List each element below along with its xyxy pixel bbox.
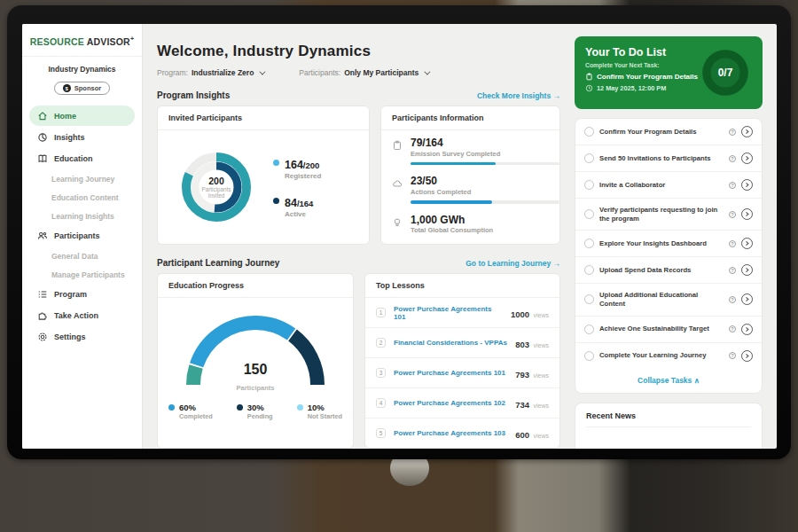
task-go-button[interactable] xyxy=(741,350,753,362)
education-gauge-chart: 150 Participants xyxy=(179,307,332,395)
sidebar-item-take-action[interactable]: Take Action xyxy=(29,305,135,325)
stat-label: Total Global Consumption xyxy=(411,226,493,234)
info-icon: ? xyxy=(729,240,736,247)
check-more-insights-link[interactable]: Check More Insights → xyxy=(477,91,560,100)
task-go-button[interactable] xyxy=(741,208,753,220)
stat-actions-completed: 23/50 Actions Completed xyxy=(381,168,559,207)
insights-icon xyxy=(37,132,48,143)
todo-task-row: Invite a Collaborator ? xyxy=(575,172,762,199)
task-checkbox[interactable] xyxy=(584,325,594,334)
sidebar-item-education-content[interactable]: Education Content xyxy=(29,188,135,207)
lesson-link[interactable]: Power Purchase Agreements 103 xyxy=(394,429,510,437)
org-name: Industry Dynamics xyxy=(22,57,142,74)
sidebar-item-participants[interactable]: Participants xyxy=(29,225,135,246)
sidebar-item-education[interactable]: Education xyxy=(29,148,135,168)
legend-pending: 30%Pending xyxy=(237,403,273,420)
task-label: Confirm Your Program Details xyxy=(599,128,724,137)
task-label: Explore Your Insights Dashboard xyxy=(599,239,724,248)
task-go-button[interactable] xyxy=(741,153,753,164)
task-go-button[interactable] xyxy=(741,324,753,335)
task-checkbox[interactable] xyxy=(584,209,594,219)
task-go-button[interactable] xyxy=(741,126,753,137)
home-icon xyxy=(37,111,48,121)
task-label: Complete Your Learning Journey xyxy=(599,351,724,360)
gauge-center-label: Participants xyxy=(237,384,275,392)
not-started-dot xyxy=(297,404,303,411)
collapse-tasks-link[interactable]: Collapse Tasks ∧ xyxy=(575,369,762,393)
chevron-up-icon: ∧ xyxy=(694,376,700,385)
lesson-rank: 2 xyxy=(376,338,386,348)
todo-progress-ring: 0/7 xyxy=(699,46,752,99)
lesson-link[interactable]: Power Purchase Agreements 102 xyxy=(394,399,510,407)
task-go-button[interactable] xyxy=(741,293,753,305)
sidebar-item-learning-journey[interactable]: Learning Journey xyxy=(29,169,135,188)
info-icon: ? xyxy=(729,296,736,303)
task-go-button[interactable] xyxy=(741,238,753,249)
chevron-right-icon xyxy=(744,155,750,161)
chevron-down-icon xyxy=(425,69,431,75)
info-icon: ? xyxy=(729,352,736,359)
chevron-right-icon xyxy=(744,326,750,332)
task-checkbox[interactable] xyxy=(584,153,594,163)
invited-center-value: 200 xyxy=(208,176,224,186)
task-go-button[interactable] xyxy=(741,264,753,276)
task-checkbox[interactable] xyxy=(584,127,594,137)
todo-task-row: Complete Your Learning Journey ? xyxy=(575,343,762,369)
stat-emission-survey: 79/164 Emission Survey Completed xyxy=(381,130,559,168)
task-checkbox[interactable] xyxy=(584,265,594,275)
task-label: Achieve One Sustainability Target xyxy=(599,325,724,333)
lesson-rank: 1 xyxy=(376,308,386,317)
chevron-right-icon xyxy=(744,296,750,302)
participants-filter[interactable]: Participants:Only My Participants xyxy=(299,68,428,77)
todo-hero-card: Your To Do List Complete Your Next Task:… xyxy=(575,36,763,109)
go-to-learning-journey-link[interactable]: Go to Learning Journey → xyxy=(466,259,560,268)
todo-next-task: Confirm Your Program Details xyxy=(597,73,698,81)
task-checkbox[interactable] xyxy=(584,180,594,190)
task-checkbox[interactable] xyxy=(584,351,594,361)
lesson-link[interactable]: Power Purchase Agreements 101 xyxy=(394,369,510,377)
lesson-link[interactable]: Power Purchase Agreements 101 xyxy=(394,305,505,321)
sidebar-item-learning-insights[interactable]: Learning Insights xyxy=(29,207,135,225)
learning-journey-heading: Participant Learning Journey xyxy=(157,258,279,268)
lesson-row: 5 Power Purchase Agreements 103 600 view… xyxy=(365,419,559,448)
todo-task-row: Explore Your Insights Dashboard ? xyxy=(575,231,762,257)
stat-value: 79/164 xyxy=(411,137,559,150)
sidebar-item-general-data[interactable]: General Data xyxy=(29,246,135,265)
sponsor-icon: $ xyxy=(63,84,71,92)
sidebar-item-manage-participants[interactable]: Manage Participants xyxy=(29,265,135,284)
task-checkbox[interactable] xyxy=(584,294,594,304)
chevron-right-icon xyxy=(744,267,750,273)
program-filter-value: Industrialize Zero xyxy=(192,68,254,77)
registered-dot xyxy=(273,160,279,166)
todo-task-row: Verify participants requesting to join t… xyxy=(575,199,762,231)
todo-task-row: Upload Additional Educational Content ? xyxy=(575,284,762,316)
sidebar-nav: Home Insights Education Learning Journey… xyxy=(22,102,142,351)
sidebar-item-home[interactable]: Home xyxy=(29,106,135,126)
education-icon xyxy=(37,153,48,164)
info-icon: ? xyxy=(729,211,736,218)
clipboard-icon xyxy=(585,73,593,81)
todo-title: Your To Do List xyxy=(585,46,698,59)
todo-task-row: Confirm Your Program Details ? xyxy=(575,119,762,145)
sidebar-item-label: Take Action xyxy=(54,311,98,320)
sidebar-item-label: Insights xyxy=(54,133,85,142)
chevron-right-icon xyxy=(744,129,750,135)
cloud-icon xyxy=(392,178,403,189)
program-filter[interactable]: Program:Industrialize Zero xyxy=(157,68,263,77)
task-label: Verify participants requesting to join t… xyxy=(599,206,724,223)
sidebar-item-program[interactable]: Program xyxy=(29,284,135,304)
program-filter-label: Program: xyxy=(157,68,188,77)
program-icon xyxy=(37,289,48,300)
invited-center-label: Participants Invited xyxy=(195,186,238,199)
lesson-row: 1 Power Purchase Agreements 101 1000 vie… xyxy=(365,298,559,328)
sidebar-item-insights[interactable]: Insights xyxy=(29,127,135,147)
settings-icon xyxy=(37,332,48,342)
page-title: Welcome, Industry Dynamics xyxy=(157,43,560,60)
task-checkbox[interactable] xyxy=(584,239,594,248)
info-icon: ? xyxy=(729,129,736,136)
sidebar-item-settings[interactable]: Settings xyxy=(29,326,135,347)
sponsor-label: Sponsor xyxy=(74,84,101,92)
lesson-link[interactable]: Financial Considerations - VPPAs xyxy=(394,339,510,347)
stat-value: 1,000 GWh xyxy=(411,215,493,227)
task-go-button[interactable] xyxy=(741,179,753,191)
